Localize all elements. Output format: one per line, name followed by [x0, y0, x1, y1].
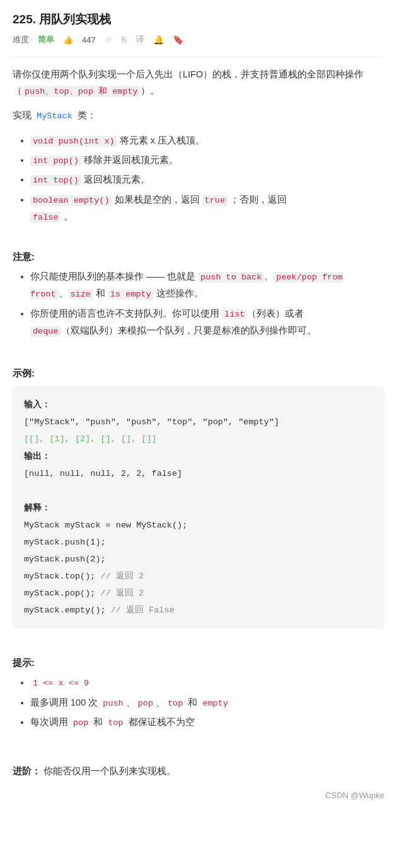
method-top-sig: int top(): [30, 175, 81, 186]
explain-label: 解释：: [24, 499, 373, 517]
footer-text: CSDN @Wupke: [325, 791, 384, 800]
hint-3-text1: 每次调用: [30, 717, 71, 727]
advance-section: 进阶： 你能否仅用一个队列来实现栈。: [13, 759, 384, 779]
note-2-text1: 你所使用的语言也许不支持队列。你可以使用: [30, 308, 222, 318]
impl-text: 实现: [13, 110, 34, 120]
explain-line-6: myStack.empty(); // 返回 False: [24, 602, 373, 619]
note-1-code4: is empty: [108, 289, 154, 300]
output-line: [null, null, null, 2, 2, false]: [24, 465, 373, 482]
method-pop: int pop() 移除并返回栈顶元素。: [30, 152, 384, 169]
hint-2-sep1: 、: [126, 697, 135, 707]
hints-section: 提示: 1 <= x <= 9 最多调用 100 次 push、pop、top …: [13, 657, 384, 731]
desc-intro-end: ）。: [141, 86, 159, 96]
note-2-text3: （双端队列）来模拟一个队列，只要是标准的队列操作即可。: [61, 325, 316, 335]
input-label: 输入：: [24, 396, 373, 414]
notes-list: 你只能使用队列的基本操作 —— 也就是 push to back、peek/po…: [13, 268, 384, 339]
method-top-desc: 返回栈顶元素。: [84, 174, 150, 184]
divider: [13, 57, 384, 57]
input-line2: [[], [1], [2], [], [], []]: [24, 431, 373, 448]
note-1-code1: push to back: [198, 272, 264, 283]
desc-ops: push、top、pop 和 empty: [22, 86, 141, 97]
method-push-desc: 将元素 x 压入栈顶。: [120, 135, 205, 145]
method-pop-desc: 移除并返回栈顶元素。: [84, 155, 178, 165]
note-1: 你只能使用队列的基本操作 —— 也就是 push to back、peek/po…: [30, 268, 384, 303]
hint-1: 1 <= x <= 9: [30, 674, 384, 691]
input-line1: ["MyStack", "push", "push", "top", "pop"…: [24, 414, 373, 431]
note-1-text1: 你只能使用队列的基本操作 —— 也就是: [30, 271, 198, 281]
hint-2: 最多调用 100 次 push、pop、top 和 empty: [30, 694, 384, 711]
example-section: 示例: 输入： ["MyStack", "push", "push", "top…: [13, 368, 384, 629]
note-2: 你所使用的语言也许不支持队列。你可以使用 list（列表）或者 deque（双端…: [30, 305, 384, 340]
method-top: int top() 返回栈顶元素。: [30, 171, 384, 188]
method-empty-sig: boolean empty(): [30, 195, 112, 206]
explain-line-2: myStack.push(1);: [24, 534, 373, 551]
impl-end: 类：: [75, 110, 96, 120]
advance-text: 你能否仅用一个队列来实现栈。: [43, 766, 176, 776]
difficulty-label: 难度: [13, 34, 29, 45]
footer: CSDN @Wupke: [13, 791, 384, 800]
explain-line-4: myStack.top(); // 返回 2: [24, 568, 373, 585]
explain-line-1: MyStack myStack = new MyStack();: [24, 517, 373, 534]
method-empty-desc3: 。: [61, 211, 73, 222]
translate-icon[interactable]: 译: [135, 34, 144, 45]
meta-row: 难度 简单 👍 447 ☆ ⎘ 译 🔔 🔖: [13, 34, 384, 45]
method-empty-desc: 如果栈是空的，返回: [115, 194, 202, 205]
note-1-text3: 、: [59, 288, 68, 298]
note-1-text4: 和: [93, 288, 108, 298]
description: 请你仅使用两个队列实现一个后入先出（LIFO）的栈，并支持普通栈的全部四种操作（…: [13, 66, 384, 99]
method-empty-false: false: [30, 212, 61, 223]
hints-list: 1 <= x <= 9 最多调用 100 次 push、pop、top 和 em…: [13, 674, 384, 731]
page-title: 225. 用队列实现栈: [13, 11, 384, 28]
notes-label: 注意:: [13, 251, 384, 263]
advance-label: 进阶：: [13, 766, 41, 776]
method-push: void push(int x) 将元素 x 压入栈顶。: [30, 132, 384, 149]
difficulty-value: 简单: [38, 34, 54, 45]
bell-icon[interactable]: 🔔: [153, 35, 164, 45]
example-label: 示例:: [13, 368, 384, 380]
explain-line-5: myStack.pop(); // 返回 2: [24, 585, 373, 602]
class-name: MyStack: [34, 111, 75, 121]
impl-desc: 实现 MyStack 类：: [13, 107, 384, 124]
output-label: 输出：: [24, 448, 373, 465]
hint-2-sep2: 、: [156, 697, 165, 707]
explain-line-3: myStack.push(2);: [24, 551, 373, 568]
bookmark-icon[interactable]: 🔖: [173, 35, 183, 45]
method-pop-sig: int pop(): [30, 155, 81, 166]
likes-icon[interactable]: 👍: [63, 35, 73, 45]
hint-3: 每次调用 pop 和 top 都保证栈不为空: [30, 714, 384, 731]
method-empty-desc2: ；否则，返回: [227, 194, 287, 205]
method-push-sig: void push(int x): [30, 136, 117, 147]
method-empty-true: true: [202, 195, 227, 206]
note-1-text5: 这些操作。: [154, 288, 204, 298]
note-2-code1: list: [222, 309, 247, 320]
note-2-code2: deque: [30, 326, 61, 337]
hint-2-text2: 和: [185, 697, 200, 707]
star-icon[interactable]: ☆: [105, 35, 113, 45]
methods-list: void push(int x) 将元素 x 压入栈顶。 int pop() 移…: [13, 132, 384, 225]
share-icon[interactable]: ⎘: [122, 35, 127, 45]
example-box: 输入： ["MyStack", "push", "push", "top", "…: [13, 386, 384, 629]
likes-count: 447: [82, 35, 96, 45]
hint-3-text2: 和: [91, 717, 105, 727]
method-empty: boolean empty() 如果栈是空的，返回 true ；否则，返回 fa…: [30, 191, 384, 226]
notes-section: 注意: 你只能使用队列的基本操作 —— 也就是 push to back、pee…: [13, 251, 384, 339]
hints-label: 提示:: [13, 657, 384, 669]
hint-2-text: 最多调用 100 次: [30, 697, 100, 707]
note-1-code3: size: [68, 289, 93, 300]
hint-3-text3: 都保证栈不为空: [126, 717, 195, 727]
note-1-text2: 、: [264, 271, 273, 281]
note-2-text2: （列表）或者: [247, 308, 304, 318]
